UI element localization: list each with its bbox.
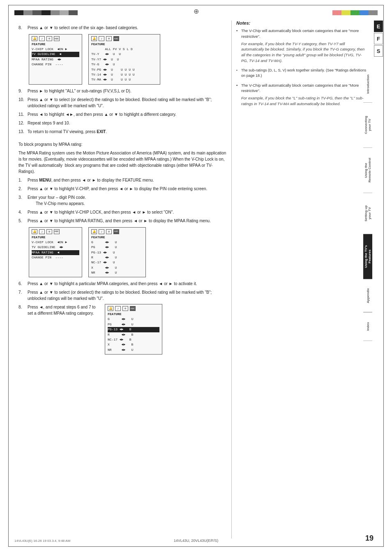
- step-9: 9. Press ► to highlight "ALL" or sub-rat…: [18, 88, 228, 94]
- tab-f[interactable]: F: [374, 33, 383, 44]
- screen-title-1l: FEATURE: [32, 42, 79, 46]
- mpaa-step-7: 7. Press ▲ or ▼ to select (or deselect) …: [18, 289, 228, 302]
- step-num-8: 8.: [18, 25, 26, 31]
- screen-line-3-4: R ◄► B: [108, 332, 159, 337]
- mpaa-step-num-1: 1.: [18, 177, 26, 183]
- mpaa-step-text-7: Press ▲ or ▼ to select (or deselect) the…: [28, 289, 228, 302]
- mpaa-step-8-text: 8. Press ◄, and repeat steps 6 and 7 to …: [18, 304, 99, 355]
- screen-line-2l-4: CHANGE PIN ----: [32, 255, 79, 260]
- screen-line-1l-1: V-CHIP LOCK ◄ON ►: [32, 47, 79, 52]
- screen-line-2l-1: V-CHIP LOCK ◄ON ►: [32, 240, 79, 245]
- mpaa-step-5: 5. Press ▲ or ▼ to highlight MPAA RATING…: [18, 218, 228, 224]
- label-index: Index: [363, 312, 372, 341]
- step-12: 12. Repeat steps 9 and 10.: [18, 120, 228, 126]
- bullet-main-2: The V-Chip will automatically block cert…: [241, 83, 359, 93]
- screen-line-3-2: PG ◄► U: [108, 322, 159, 327]
- main-content: 8. Press ▲ or ▼ to select one of the six…: [14, 21, 232, 539]
- alarm-icon-1l: 🔔: [32, 36, 37, 41]
- mpaa-step-2: 2. Press ▲ or ▼ to highlight V-CHIP, and…: [18, 186, 228, 192]
- step-num-11: 11.: [18, 111, 26, 117]
- step-num-10: 10.: [18, 97, 26, 109]
- screen-icons-2l: 🔔 ♪ ⊙ ABC: [32, 229, 79, 234]
- screen-line-3-5: NC-17 ◄► B: [108, 337, 159, 342]
- label-appendix: Appendix: [363, 279, 372, 312]
- bullet-content-sub: The sub-ratings (D, L, S, V) work togeth…: [241, 68, 368, 78]
- step-text-11: Press ◄ to highlight ◄►, and then press …: [28, 111, 228, 117]
- bullet-content-1: The V-Chip will automatically block cert…: [241, 28, 368, 64]
- mpaa-step-num-8: 8.: [18, 304, 26, 316]
- screen-box-3: 🔔 ♪ ⊙ ABC FEATURE G ◄► U PG ◄► U PG-13 ◄…: [105, 304, 162, 355]
- mpaa-step-8: 8. Press ◄, and repeat steps 6 and 7 to …: [18, 304, 99, 316]
- top-deco-left: [14, 10, 78, 15]
- screen-line-1r-1: TV-Y ◄► U U: [91, 52, 157, 57]
- screen-row-2: 🔔 ♪ ⊙ ABC FEATURE V-CHIP LOCK ◄ON ► TV G…: [29, 227, 228, 278]
- side-tabs: E F S: [374, 21, 383, 57]
- label-features: Using the TV'sFeatures: [363, 234, 372, 279]
- footer-left: 14VL43U(E) 16-26 19 03.3.4, 9:48 AM: [14, 539, 70, 543]
- screen-icons-1r: 🔔 ♪ ⊙ ABC: [91, 36, 157, 41]
- bullet-content-2: The V-Chip will automatically block cert…: [241, 83, 368, 107]
- step-num-13: 13.: [18, 129, 26, 135]
- screen-line-1r-5: TV-14 ◄► U U U U U: [91, 72, 157, 77]
- step-text-9: Press ► to highlight "ALL" or sub-rating…: [28, 88, 228, 94]
- bullet-dot-sub: •: [236, 68, 241, 78]
- mpaa-step-num-5: 5.: [18, 218, 26, 224]
- abc-icon-1l: ABC: [54, 36, 60, 41]
- screen-icons-1l: 🔔 ♪ ⊙ ABC: [32, 36, 79, 41]
- footer-center: 14VL43U, 20VL43U(E/F/S): [174, 539, 219, 543]
- bullet-dot-2: •: [236, 83, 241, 107]
- center-compass: ⊕: [194, 7, 199, 15]
- bullet-dot-1: •: [236, 28, 241, 64]
- screen-line-1r-hdr: ALL FV V S L D: [91, 47, 157, 52]
- label-remote-control: Using theRemote Control: [363, 148, 372, 193]
- dvd-icon-1l: ⊙: [46, 36, 52, 41]
- music-icon-1l: ♪: [39, 36, 45, 41]
- notes-title: Notes:: [236, 21, 368, 25]
- step-text-10: Press ▲ or ▼ to select (or deselect) the…: [28, 97, 228, 109]
- dvd-icon-2r: ⊙: [106, 229, 112, 234]
- mpaa-step-num-4: 4.: [18, 209, 26, 215]
- mpaa-step-num-7: 7.: [18, 289, 26, 302]
- screen-line-1l-4: CHANGE PIN ----: [32, 62, 79, 67]
- step-10: 10. Press ▲ or ▼ to select (or deselect)…: [18, 97, 228, 109]
- mpaa-step-text-5: Press ▲ or ▼ to highlight MPAA RATING, a…: [28, 218, 228, 224]
- screen-line-1r-6: TV-MA ◄► U U U U: [91, 77, 157, 82]
- step-13: 13. To return to normal TV viewing, pres…: [18, 129, 228, 135]
- screen-line-2r-5: NC-17 ◄► U: [91, 260, 143, 265]
- mpaa-step-num-6: 6.: [18, 281, 26, 287]
- page-number: 19: [365, 534, 374, 543]
- page-border-left: [8, 5, 9, 547]
- screen-box-1-left: 🔔 ♪ ⊙ ABC FEATURE V-CHIP LOCK ◄ON ► TV G…: [29, 34, 82, 85]
- page-border-top: [8, 5, 384, 5]
- dvd-icon-2l: ⊙: [46, 229, 52, 234]
- screen-line-1l-2: TV GUIDELINE ◄: [32, 52, 79, 57]
- mpaa-step-6: 6. Press ▲ or ▼ to highlight a particula…: [18, 281, 228, 287]
- screen-title-1r: FEATURE: [91, 42, 157, 46]
- mpaa-step-4: 4. Press ▲ or ▼ to highlight V-CHIP LOCK…: [18, 209, 228, 215]
- mpaa-step-1: 1. Press MENU, and then press ◄ or ► to …: [18, 177, 228, 183]
- alarm-icon-1r: 🔔: [91, 36, 97, 41]
- top-deco-right: [332, 10, 378, 15]
- mpaa-step-text-6: Press ▲ or ▼ to highlight a particular M…: [28, 281, 228, 287]
- mpaa-step-text-4: Press ▲ or ▼ to highlight V-CHIP LOCK, a…: [28, 209, 228, 215]
- screen-line-2r-2: PG ◄► U: [91, 245, 143, 250]
- screen-line-2r-4: R ◄► U: [91, 255, 143, 260]
- step-8-age: 8. Press ▲ or ▼ to select one of the six…: [18, 25, 228, 31]
- mpaa-step-text-2: Press ▲ or ▼ to highlight V-CHIP, and th…: [28, 186, 228, 192]
- bullet-italic-1: For example, if you block the TV-Y categ…: [241, 41, 368, 64]
- tab-s[interactable]: S: [374, 45, 383, 57]
- mpaa-intro: The MPAA Rating system uses the Motion P…: [18, 150, 228, 175]
- label-setting-up: Setting upyour TV: [363, 193, 372, 234]
- step-11: 11. Press ◄ to highlight ◄►, and then pr…: [18, 111, 228, 117]
- tab-e[interactable]: E: [374, 21, 383, 32]
- dvd-icon-3: ⊙: [122, 306, 128, 311]
- screen-icons-3: 🔔 ♪ ⊙ ABC: [108, 306, 159, 311]
- abc-icon-2l: ABC: [54, 229, 60, 234]
- step-text-12: Repeat steps 9 and 10.: [28, 120, 228, 126]
- screen-line-1l-3: MPAA RATING ◄►: [32, 57, 79, 62]
- screen-line-3-3: PG-13 ◄► B: [108, 327, 159, 332]
- screen-line-2r-1: G ◄► U: [91, 240, 143, 245]
- alarm-icon-2l: 🔔: [32, 229, 37, 234]
- screen-line-2r-6: X ◄► U: [91, 265, 143, 270]
- notes-bullet-1: • The V-Chip will automatically block ce…: [236, 28, 368, 64]
